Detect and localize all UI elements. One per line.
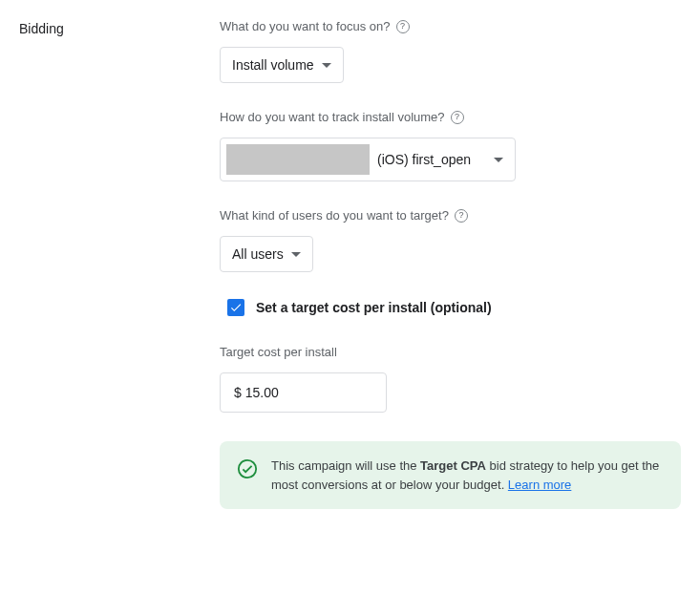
svg-point-0 <box>239 460 256 478</box>
help-icon[interactable]: ? <box>455 209 468 223</box>
info-box: This campaign will use the Target CPA bi… <box>220 441 681 509</box>
section-title: Bidding <box>19 21 220 36</box>
info-text-bold: Target CPA <box>420 458 486 473</box>
help-icon[interactable]: ? <box>396 20 410 33</box>
focus-dropdown-value: Install volume <box>232 57 314 73</box>
users-field: What kind of users do you want to target… <box>220 208 681 272</box>
users-label-text: What kind of users do you want to target… <box>220 208 449 223</box>
focus-field: What do you want to focus on? ? Install … <box>220 19 681 83</box>
focus-dropdown[interactable]: Install volume <box>220 47 344 83</box>
chevron-down-icon <box>291 252 301 257</box>
users-dropdown[interactable]: All users <box>220 236 313 272</box>
track-dropdown-value: (iOS) first_open <box>377 152 471 167</box>
target-cpi-label-text: Target cost per install <box>220 345 337 359</box>
track-field: How do you want to track install volume?… <box>220 110 681 181</box>
target-cpi-checkbox-label: Set a target cost per install (optional) <box>256 300 492 315</box>
target-cpi-checkbox-row[interactable]: Set a target cost per install (optional) <box>220 299 681 316</box>
info-text: This campaign will use the Target CPA bi… <box>271 457 664 494</box>
info-text-before: This campaign will use the <box>271 458 420 473</box>
checkmark-circle-icon <box>237 458 258 479</box>
focus-label-text: What do you want to focus on? <box>220 19 391 33</box>
target-cpi-checkbox[interactable] <box>227 299 244 316</box>
chevron-down-icon <box>494 158 503 162</box>
track-dropdown[interactable]: (iOS) first_open <box>220 138 516 181</box>
learn-more-link[interactable]: Learn more <box>508 478 571 492</box>
chevron-down-icon <box>322 63 331 68</box>
target-cpi-input[interactable] <box>220 372 387 413</box>
track-label-text: How do you want to track install volume? <box>220 110 445 124</box>
checkmark-icon <box>229 301 243 314</box>
redacted-app-name <box>226 144 370 175</box>
users-label: What kind of users do you want to target… <box>220 208 681 223</box>
focus-label: What do you want to focus on? ? <box>220 19 681 33</box>
users-dropdown-value: All users <box>232 246 284 262</box>
track-label: How do you want to track install volume?… <box>220 110 681 124</box>
target-cpi-field: Target cost per install <box>220 345 681 413</box>
help-icon[interactable]: ? <box>451 111 464 124</box>
target-cpi-label: Target cost per install <box>220 345 681 359</box>
